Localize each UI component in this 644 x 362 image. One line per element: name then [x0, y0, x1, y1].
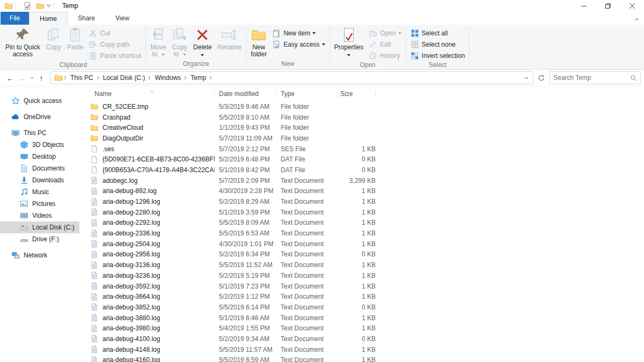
breadcrumb-segment[interactable]: Temp: [187, 74, 209, 82]
move-to-button[interactable]: Moveto: [148, 25, 169, 58]
search-icon: [630, 75, 637, 82]
file-type: Text Document: [276, 219, 338, 226]
downloads-icon: [20, 176, 28, 184]
properties-button[interactable]: Properties: [332, 25, 367, 58]
file-date-modified: 5/5/2019 8:09 AM: [215, 219, 276, 226]
sidebar-item-drive-f[interactable]: Drive (F:): [0, 233, 79, 245]
paste-shortcut-button[interactable]: Paste shortcut: [86, 50, 144, 61]
file-row[interactable]: aria-debug-2292.log5/5/2019 8:09 AMText …: [87, 218, 644, 228]
file-row[interactable]: adobegc.log5/7/2019 2:09 PMText Document…: [87, 175, 644, 186]
file-size: 0 KB: [338, 304, 376, 311]
pin-to-quick-access-button[interactable]: Pin to Quickaccess: [3, 25, 43, 58]
breadcrumb-segment[interactable]: Windows: [151, 74, 184, 82]
address-dropdown-chevron-icon[interactable]: [522, 77, 531, 79]
file-row[interactable]: Crashpad5/5/2019 8:10 AMFile folder: [87, 112, 644, 123]
rename-button[interactable]: Rename: [215, 25, 244, 51]
sidebar-item-3d-objects[interactable]: 3D Objects: [0, 139, 79, 151]
sidebar-item-local-disk-c[interactable]: Local Disk (C:): [0, 221, 79, 233]
minimize-button[interactable]: [572, 0, 596, 12]
file-row[interactable]: aria-debug-2280.log5/1/2019 3:59 PMText …: [87, 207, 644, 218]
forward-arrow-icon[interactable]: →: [16, 72, 28, 84]
column-header-name[interactable]: Name: [87, 86, 215, 101]
sidebar-item-music[interactable]: Music: [0, 186, 79, 198]
column-header-date-modified[interactable]: Date modified: [215, 86, 276, 101]
sidebar-item-label: Local Disk (C:): [32, 224, 75, 231]
delete-button[interactable]: Delete: [191, 25, 215, 58]
recent-locations-chevron-icon[interactable]: [28, 72, 35, 84]
search-input[interactable]: Search Temp: [550, 71, 641, 84]
refresh-icon[interactable]: [535, 71, 547, 84]
file-size: 1 KB: [338, 240, 376, 248]
open-button[interactable]: Open: [366, 27, 404, 39]
breadcrumb-segment[interactable]: Local Disk (C:): [100, 74, 149, 82]
select-none-button[interactable]: Select none: [408, 39, 468, 50]
easy-access-button[interactable]: Easy access: [269, 39, 327, 50]
edit-button[interactable]: Edit: [366, 39, 404, 50]
sidebar-item-this-pc[interactable]: This PC: [0, 127, 79, 139]
copy-button[interactable]: Copy: [43, 25, 64, 51]
sidebar-item-pictures[interactable]: Pictures: [0, 198, 79, 210]
back-arrow-icon[interactable]: ←: [4, 72, 16, 84]
file-rows: CR_52CEE.tmp5/3/2019 9:46 AMFile folderC…: [87, 101, 644, 362]
file-size: 1 KB: [338, 198, 376, 205]
file-row[interactable]: {5D090E71-6CEB-4B73-8C00-4236BF50C7...5/…: [87, 154, 644, 165]
tab-home[interactable]: Home: [29, 12, 68, 25]
file-row[interactable]: aria-debug-3592.log5/1/2019 7:23 PMText …: [87, 281, 644, 292]
sidebar-item-label: Documents: [32, 165, 65, 172]
file-row[interactable]: aria-debug-2336.log5/5/2019 6:53 AMText …: [87, 228, 644, 239]
qat-customize-chevron-icon[interactable]: [47, 4, 51, 8]
tab-share[interactable]: Share: [68, 12, 105, 25]
file-date-modified: 4/30/2019 2:28 PM: [215, 187, 276, 195]
file-row[interactable]: aria-debug-1296.log5/2/2019 8:29 AMText …: [87, 196, 644, 207]
sidebar-item-videos[interactable]: Videos: [0, 210, 79, 221]
breadcrumb-chevron-icon[interactable]: [209, 76, 213, 80]
file-type: Text Document: [276, 272, 338, 279]
file-row[interactable]: aria-debug-3664.log5/2/2019 1:12 PMText …: [87, 291, 644, 302]
sidebar-item-documents[interactable]: Documents: [0, 162, 79, 174]
file-row[interactable]: aria-debug-892.log4/30/2019 2:28 PMText …: [87, 186, 644, 197]
file-row[interactable]: aria-debug-3880.log5/1/2019 6:46 AMText …: [87, 313, 644, 323]
column-header-size[interactable]: Size: [338, 86, 376, 101]
column-header-type[interactable]: Type: [276, 86, 338, 101]
copy-to-button[interactable]: Copyto: [169, 25, 191, 58]
file-row[interactable]: aria-debug-4148.log5/5/2019 11:57 AMText…: [87, 344, 644, 355]
breadcrumb[interactable]: This PCLocal Disk (C:)WindowsTemp: [50, 71, 533, 84]
sidebar-item-quick-access[interactable]: Quick access: [0, 95, 79, 107]
restore-button[interactable]: [596, 0, 620, 12]
file-row[interactable]: aria-debug-4160.log5/5/2019 6:59 AMText …: [87, 355, 644, 362]
sidebar-item-network[interactable]: Network: [0, 249, 79, 261]
sidebar-item-onedrive[interactable]: OneDrive: [0, 111, 79, 123]
file-row[interactable]: aria-debug-3236.log5/2/2019 5:19 PMText …: [87, 270, 644, 281]
select-all-button[interactable]: Select all: [408, 27, 468, 39]
tab-view[interactable]: View: [105, 12, 140, 25]
new-folder-button[interactable]: Newfolder: [248, 25, 269, 58]
file-row[interactable]: DiagOutputDir5/7/2019 11:09 AMFile folde…: [87, 133, 644, 144]
copy-path-button[interactable]: Copy path: [86, 39, 144, 50]
qat-properties-icon[interactable]: [23, 2, 32, 10]
collapse-ribbon-chevron-icon[interactable]: [634, 15, 639, 23]
cut-button[interactable]: Cut: [86, 27, 144, 39]
invert-selection-button[interactable]: Invert selection: [408, 50, 468, 61]
tab-file[interactable]: File: [1, 12, 29, 25]
file-row[interactable]: aria-debug-3136.log5/5/2019 11:52 AMText…: [87, 260, 644, 270]
sidebar-item-desktop[interactable]: Desktop: [0, 151, 79, 162]
close-button[interactable]: [620, 0, 644, 12]
file-row[interactable]: CR_52CEE.tmp5/3/2019 9:46 AMFile folder: [87, 101, 644, 112]
new-item-button[interactable]: New item: [269, 27, 327, 39]
history-button[interactable]: History: [366, 50, 404, 61]
file-row[interactable]: aria-debug-2504.log4/30/2019 1:01 PMText…: [87, 239, 644, 249]
breadcrumb-segment[interactable]: This PC: [67, 74, 97, 82]
copy-to-icon: [172, 27, 188, 43]
file-row[interactable]: aria-debug-3852.log5/5/2019 6:14 PMText …: [87, 302, 644, 313]
paste-button[interactable]: Paste: [64, 25, 86, 51]
up-arrow-icon[interactable]: ↑: [35, 72, 47, 84]
file-row[interactable]: aria-debug-2956.log5/2/2019 6:34 PMText …: [87, 249, 644, 260]
file-row[interactable]: .ses5/7/2019 2:12 PMSES File1 KB: [87, 144, 644, 154]
sidebar-item-downloads[interactable]: Downloads: [0, 174, 79, 186]
file-row[interactable]: aria-debug-4100.log5/2/2019 9:34 AMText …: [87, 334, 644, 344]
file-row[interactable]: CreativeCloud1/1/2019 9:43 PMFile folder: [87, 122, 644, 133]
file-row[interactable]: {900B653A-C70A-4178-A4B4-3C22CAE01...5/1…: [87, 165, 644, 175]
file-name: aria-debug-4160.log: [103, 356, 215, 362]
qat-new-folder-icon[interactable]: [36, 2, 45, 10]
file-row[interactable]: aria-debug-3980.log5/4/2019 1:55 PMText …: [87, 323, 644, 334]
